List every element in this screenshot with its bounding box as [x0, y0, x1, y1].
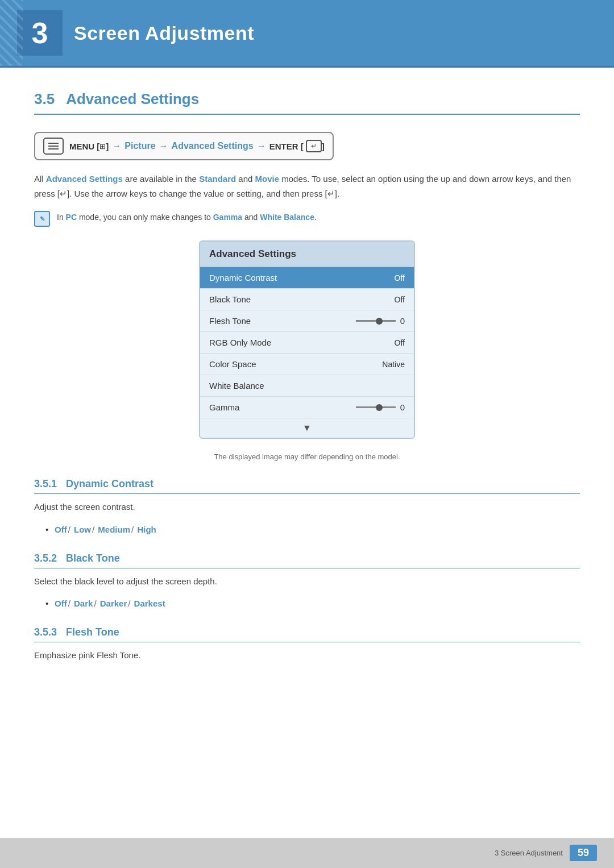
subsection-3-5-1: 3.5.1 Dynamic Contrast Adjust the screen…	[34, 478, 580, 534]
menu-screenshot-wrapper: Advanced Settings Dynamic Contrast Off B…	[34, 240, 580, 439]
opt-darker: Darker	[100, 599, 127, 608]
nav-bracket-open: [	[94, 142, 99, 151]
sub-desc-3-5-3: Emphasize pink Flesh Tone.	[34, 648, 580, 663]
menu-title: Advanced Settings	[200, 242, 414, 267]
menu-item-flesh-tone[interactable]: Flesh Tone 0	[200, 310, 414, 332]
menu-item-value-rgb-only: Off	[395, 338, 405, 347]
chapter-header: 3 Screen Adjustment	[0, 0, 614, 68]
main-content: 3.5 Advanced Settings MENU [ ⊞ ] → Pictu…	[0, 68, 614, 715]
chapter-number: 3	[17, 10, 63, 56]
opt-low: Low	[74, 525, 91, 534]
sub-number-3-5-1: 3.5.1	[34, 478, 57, 490]
section-heading: 3.5 Advanced Settings	[34, 90, 580, 115]
nav-path-box: MENU [ ⊞ ] → Picture → Advanced Settings…	[34, 132, 334, 160]
menu-item-value-color-space: Native	[382, 360, 405, 369]
menu-item-white-balance[interactable]: White Balance	[200, 375, 414, 397]
sub-number-3-5-3: 3.5.3	[34, 626, 57, 638]
menu-item-label-white-balance: White Balance	[209, 381, 264, 391]
menu-item-label-color-space: Color Space	[209, 359, 256, 369]
menu-item-value-black-tone: Off	[395, 295, 405, 304]
flesh-tone-slider: 0	[356, 316, 405, 326]
menu-item-rgb-only[interactable]: RGB Only Mode Off	[200, 332, 414, 354]
subsection-3-5-3: 3.5.3 Flesh Tone Emphasize pink Flesh To…	[34, 626, 580, 663]
section-title: Advanced Settings	[66, 90, 199, 108]
page-number: 59	[570, 845, 597, 861]
menu-item-label-rgb-only: RGB Only Mode	[209, 338, 271, 347]
sub-heading-3-5-1: 3.5.1 Dynamic Contrast	[34, 478, 580, 494]
sub-title-3-5-2: Black Tone	[66, 553, 120, 564]
opt-medium: Medium	[98, 525, 130, 534]
nav-arrow-2: →	[159, 141, 168, 151]
page-footer: 3 Screen Adjustment 59	[0, 838, 614, 868]
nav-step3: ENTER	[269, 142, 298, 151]
sub-number-3-5-2: 3.5.2	[34, 553, 57, 564]
nav-arrow-1: →	[112, 141, 121, 151]
nav-step2: Advanced Settings	[172, 141, 254, 151]
gamma-value: 0	[400, 402, 405, 412]
menu-item-label-dynamic-contrast: Dynamic Contrast	[209, 273, 277, 283]
footer-text: 3 Screen Adjustment	[495, 849, 563, 857]
sub-title-3-5-3: Flesh Tone	[66, 626, 119, 638]
menu-icon	[43, 138, 64, 155]
nav-step1: Picture	[125, 141, 155, 151]
note-box: ✎ In PC mode, you can only make changes …	[34, 211, 580, 227]
subsection-3-5-2: 3.5.2 Black Tone Select the black level …	[34, 553, 580, 609]
menu-caption: The displayed image may differ depending…	[34, 452, 580, 461]
sub-heading-3-5-3: 3.5.3 Flesh Tone	[34, 626, 580, 642]
sub-desc-3-5-2: Select the black level to adjust the scr…	[34, 574, 580, 589]
menu-item-color-space[interactable]: Color Space Native	[200, 354, 414, 375]
opt-dark: Dark	[74, 599, 93, 608]
menu-item-dynamic-contrast[interactable]: Dynamic Contrast Off	[200, 267, 414, 289]
menu-screenshot: Advanced Settings Dynamic Contrast Off B…	[199, 240, 415, 439]
sub-heading-3-5-2: 3.5.2 Black Tone	[34, 553, 580, 568]
flesh-tone-slider-bar	[356, 320, 396, 322]
menu-item-black-tone[interactable]: Black Tone Off	[200, 289, 414, 310]
opt-off-2: Off	[55, 599, 67, 608]
enter-icon: ↵	[306, 140, 322, 152]
sub-options-3-5-1: Off/ Low/ Medium/ High	[34, 525, 580, 534]
chapter-title: Screen Adjustment	[74, 22, 254, 44]
nav-prefix: MENU	[69, 142, 94, 151]
menu-item-value-dynamic-contrast: Off	[395, 273, 405, 283]
list-item: Off/ Low/ Medium/ High	[45, 525, 580, 534]
opt-off: Off	[55, 525, 67, 534]
opt-darkest: Darkest	[134, 599, 165, 608]
nav-arrow-3: →	[257, 141, 266, 151]
nav-enter-bracket-close: ]	[322, 142, 325, 151]
note-text: In PC mode, you can only make changes to…	[57, 211, 317, 223]
note-icon: ✎	[34, 211, 50, 227]
sub-title-3-5-1: Dynamic Contrast	[66, 478, 154, 490]
section-number: 3.5	[34, 90, 55, 108]
opt-high: High	[137, 525, 156, 534]
body-text: All Advanced Settings are available in t…	[34, 172, 580, 201]
gamma-slider: 0	[356, 402, 405, 412]
menu-item-label-gamma: Gamma	[209, 402, 239, 412]
gamma-slider-bar	[356, 406, 396, 408]
menu-item-gamma[interactable]: Gamma 0	[200, 397, 414, 418]
sub-options-3-5-2: Off/ Dark/ Darker/ Darkest	[34, 599, 580, 608]
menu-item-label-black-tone: Black Tone	[209, 294, 251, 304]
menu-down-arrow: ▼	[200, 418, 414, 438]
nav-bracket-close: ]	[106, 142, 109, 151]
sub-desc-3-5-1: Adjust the screen contrast.	[34, 500, 580, 514]
nav-enter-bracket-open: [	[298, 142, 303, 151]
list-item: Off/ Dark/ Darker/ Darkest	[45, 599, 580, 608]
menu-item-label-flesh-tone: Flesh Tone	[209, 316, 251, 326]
flesh-tone-value: 0	[400, 316, 405, 326]
